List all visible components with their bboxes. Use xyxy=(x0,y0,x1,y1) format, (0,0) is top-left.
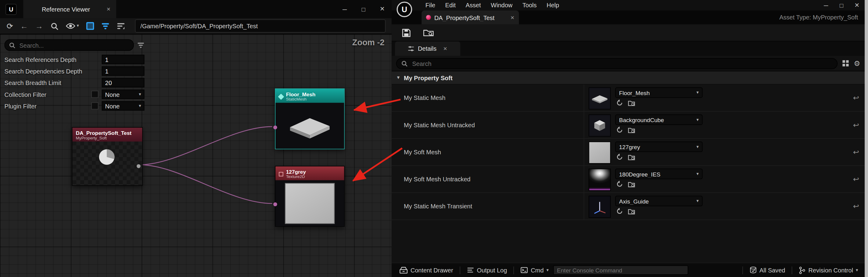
console-command-input[interactable] xyxy=(553,266,688,275)
asset-picker-dropdown[interactable]: 127grey ▾ xyxy=(615,142,703,152)
details-search-box[interactable] xyxy=(396,58,838,69)
asset-picker-dropdown[interactable]: 180Degree_IES ▾ xyxy=(615,169,703,179)
graph-node-127grey[interactable]: 127grey Texture2D xyxy=(275,166,345,227)
visibility-settings-dropdown[interactable]: ▾ xyxy=(66,23,79,30)
search-referencers-depth-input[interactable] xyxy=(102,55,145,64)
search-breadth-limit-input[interactable] xyxy=(102,78,145,88)
output-log-button[interactable]: Output Log xyxy=(467,267,507,273)
reset-to-default-icon[interactable]: ↩ xyxy=(853,175,859,183)
use-selected-asset-icon[interactable] xyxy=(616,208,623,214)
use-selected-asset-icon[interactable] xyxy=(616,181,623,187)
use-selected-asset-icon[interactable] xyxy=(616,100,623,106)
find-path-icon[interactable] xyxy=(50,22,58,30)
input-pin[interactable] xyxy=(273,202,277,206)
browse-to-asset-icon[interactable] xyxy=(628,154,636,160)
property-label: My Soft Mesh Untracked xyxy=(392,166,584,192)
asset-thumbnail[interactable] xyxy=(589,88,611,110)
node-title: 127grey xyxy=(286,169,306,174)
collection-filter-dropdown[interactable]: None ▾ xyxy=(102,90,145,99)
reference-viewer-tab[interactable]: Reference Viewer ✕ xyxy=(23,0,116,18)
browse-to-asset-icon[interactable] xyxy=(628,127,636,133)
reset-to-default-icon[interactable]: ↩ xyxy=(853,94,859,102)
menu-window[interactable]: Window xyxy=(486,0,517,11)
close-button[interactable]: ✕ xyxy=(849,0,865,11)
asset-picker-dropdown[interactable]: Floor_Mesh ▾ xyxy=(615,88,703,98)
revision-control-dropdown[interactable]: Revision Control ▾ xyxy=(799,266,858,274)
content-drawer-button[interactable]: Content Drawer xyxy=(399,266,453,274)
maximize-button[interactable]: □ xyxy=(354,0,373,18)
refresh-icon[interactable]: ⟳ xyxy=(7,22,13,30)
tab-close-icon[interactable]: ✕ xyxy=(106,6,111,12)
input-pin[interactable] xyxy=(273,126,277,129)
menu-edit[interactable]: Edit xyxy=(440,0,461,11)
category-header-my-property-soft[interactable]: ▼ My Property Soft xyxy=(392,71,865,85)
screen-edge-scrollbar[interactable] xyxy=(865,0,868,277)
category-expand-caret-icon[interactable]: ▼ xyxy=(396,75,400,80)
asset-picker-dropdown[interactable]: BackgroundCube ▾ xyxy=(615,114,703,125)
graph-search-box[interactable] xyxy=(5,39,134,51)
asset-thumbnail[interactable] xyxy=(589,169,611,191)
graph-node-da-propertysoft-test[interactable]: DA_PropertySoft_Test MyProperty_Soft xyxy=(72,127,143,186)
property-label: My Static Mesh Transient xyxy=(392,193,584,219)
output-pin[interactable] xyxy=(136,164,141,168)
browse-to-asset-icon[interactable] xyxy=(628,100,636,106)
asset-path-field[interactable]: /Game/Property/Soft/DA_PropertySoft_Test xyxy=(135,20,385,33)
reset-to-default-icon[interactable]: ↩ xyxy=(853,148,859,156)
reference-wire xyxy=(139,165,272,203)
list-settings-icon[interactable] xyxy=(117,23,125,30)
asset-thumbnail[interactable] xyxy=(589,196,611,218)
node-subtitle: Texture2D xyxy=(286,175,306,179)
graph-filter-panel: Search Referencers Depth Search Dependen… xyxy=(5,39,145,111)
history-back-icon[interactable]: ← xyxy=(20,22,28,30)
settings-gear-icon[interactable]: ⚙ xyxy=(854,60,860,67)
history-forward-icon[interactable]: → xyxy=(35,22,43,30)
asset-picker-dropdown[interactable]: Axis_Guide ▾ xyxy=(615,196,703,206)
tab-close-icon[interactable]: ✕ xyxy=(443,46,447,51)
cmd-dropdown[interactable]: Cmd ▾ xyxy=(521,267,549,273)
browse-to-asset-button[interactable] xyxy=(423,28,434,37)
use-selected-asset-icon[interactable] xyxy=(616,127,623,133)
asset-thumbnail[interactable] xyxy=(589,114,611,137)
dropdown-value: None xyxy=(105,91,120,98)
browse-to-asset-icon[interactable] xyxy=(628,208,636,214)
search-filter-icon[interactable] xyxy=(137,42,145,48)
asset-thumbnail[interactable] xyxy=(589,142,611,164)
tab-close-icon[interactable]: ✕ xyxy=(510,14,515,20)
chevron-down-icon: ▾ xyxy=(139,104,141,108)
title-bar: U Reference Viewer ✕ ─ □ ✕ xyxy=(0,0,392,18)
plugin-filter-dropdown[interactable]: None ▾ xyxy=(102,101,145,110)
browse-to-asset-icon[interactable] xyxy=(628,181,636,187)
menu-file[interactable]: File xyxy=(420,0,440,11)
plugin-filter-checkbox[interactable] xyxy=(91,102,98,110)
collection-filter-checkbox[interactable] xyxy=(91,91,98,98)
save-button[interactable] xyxy=(402,28,411,37)
reference-viewer-toolbar: ⟳ ← → ▾ /Game/Property/Soft/DA_PropertyS… xyxy=(0,18,392,34)
reference-graph-canvas[interactable]: Zoom -2 Search Referencers Depth xyxy=(0,34,392,277)
all-saved-icon xyxy=(749,266,757,274)
filter-label: Collection Filter xyxy=(5,91,92,98)
filter-toggle-icon[interactable] xyxy=(101,23,109,30)
asset-editor-tab[interactable]: DA_PropertySoft_Test ✕ xyxy=(422,11,519,25)
duplicates-toggle-icon[interactable] xyxy=(86,22,94,30)
save-status-button[interactable]: All Saved xyxy=(749,266,785,274)
display-options-icon[interactable] xyxy=(842,60,849,67)
graph-node-floor-mesh[interactable]: Floor_Mesh StaticMesh xyxy=(275,89,345,149)
close-button[interactable]: ✕ xyxy=(373,0,392,18)
graph-search-input[interactable] xyxy=(18,41,130,49)
details-search-input[interactable] xyxy=(411,60,833,67)
node-thumbnail xyxy=(276,103,344,149)
reset-to-default-icon[interactable]: ↩ xyxy=(853,202,859,210)
use-selected-asset-icon[interactable] xyxy=(616,154,623,160)
menu-asset[interactable]: Asset xyxy=(461,0,486,11)
reset-to-default-icon[interactable]: ↩ xyxy=(853,121,859,129)
minimize-button[interactable]: ─ xyxy=(335,0,354,18)
content-drawer-label: Content Drawer xyxy=(411,267,453,273)
search-dependencies-depth-input[interactable] xyxy=(102,66,145,76)
minimize-button[interactable]: ─ xyxy=(818,0,834,11)
revision-control-icon xyxy=(799,266,806,274)
maximize-button[interactable]: □ xyxy=(834,0,849,11)
menu-help[interactable]: Help xyxy=(542,0,564,11)
filter-row: Search Referencers Depth xyxy=(5,54,145,65)
details-tab[interactable]: Details ✕ xyxy=(395,42,461,56)
menu-tools[interactable]: Tools xyxy=(517,0,541,11)
